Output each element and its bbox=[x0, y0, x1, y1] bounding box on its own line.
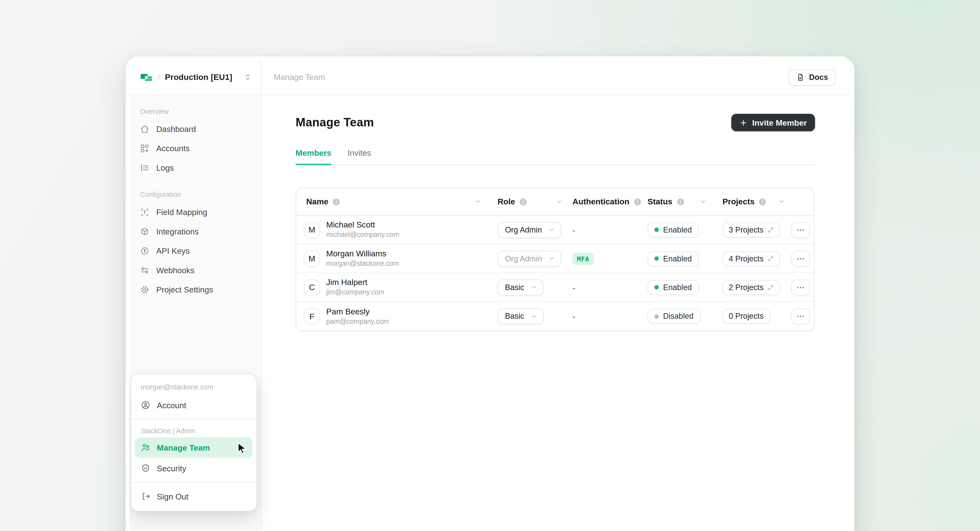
topbar-breadcrumb: Manage Team bbox=[274, 72, 325, 82]
projects-label: 0 Projects bbox=[722, 309, 770, 324]
column-header-authentication: Authentication bbox=[573, 197, 629, 206]
table-row: M Morgan Williams morgan@stackone.com Or… bbox=[296, 244, 814, 273]
projects-link[interactable]: 4 Projects bbox=[722, 251, 780, 266]
table-row: C Jim Halpert jim@company.com Basic - En… bbox=[296, 273, 814, 302]
sidebar-item-integrations[interactable]: Integrations bbox=[134, 222, 256, 241]
menu-item-security[interactable]: Security bbox=[135, 458, 253, 478]
status-dot bbox=[654, 256, 659, 261]
sidebar-item-project-settings[interactable]: Project Settings bbox=[134, 280, 256, 299]
plus-icon bbox=[739, 118, 747, 127]
project-name: Production [EU1] bbox=[165, 72, 239, 82]
avatar: C bbox=[304, 279, 320, 296]
menu-item-account[interactable]: Account bbox=[135, 395, 253, 415]
key-icon bbox=[140, 246, 150, 255]
table-header: Name Role Authentication bbox=[296, 188, 814, 216]
row-actions-button[interactable] bbox=[791, 279, 810, 296]
status-badge: Enabled bbox=[648, 280, 698, 295]
page-title: Manage Team bbox=[296, 116, 374, 129]
home-icon bbox=[140, 124, 150, 134]
row-actions-button[interactable] bbox=[791, 222, 810, 238]
status-dot bbox=[654, 314, 659, 318]
tab-invites[interactable]: Invites bbox=[347, 148, 371, 164]
desktop-background: / Production [EU1] Manage Team Docs bbox=[0, 0, 980, 531]
member-name: Pam Beesly bbox=[326, 307, 389, 317]
window-header: / Production [EU1] Manage Team Docs bbox=[129, 60, 851, 95]
cube-icon bbox=[140, 226, 150, 236]
invite-member-button[interactable]: Invite Member bbox=[731, 114, 815, 132]
chevron-down-icon bbox=[530, 284, 538, 291]
project-switcher[interactable]: / Production [EU1] bbox=[129, 60, 261, 94]
role-select[interactable]: Basic bbox=[498, 279, 543, 296]
breadcrumb-slash: / bbox=[158, 72, 160, 82]
table-row: F Pam Beesly pam@company.com Basic - Dis… bbox=[296, 302, 814, 331]
sidebar-item-field-mapping[interactable]: Field Mapping bbox=[134, 202, 256, 221]
field-mapping-icon bbox=[140, 207, 150, 217]
logs-list-icon bbox=[140, 163, 150, 172]
menu-divider bbox=[131, 419, 256, 420]
status-badge: Disabled bbox=[648, 309, 700, 324]
column-header-projects: Projects bbox=[722, 197, 754, 206]
account-person-icon bbox=[140, 400, 151, 410]
chevron-down-icon[interactable] bbox=[699, 198, 706, 205]
expand-icon bbox=[767, 255, 773, 262]
docs-icon bbox=[797, 73, 805, 81]
member-email: jim@company.com bbox=[326, 288, 384, 297]
chevron-down-icon bbox=[548, 226, 555, 233]
members-table: Name Role Authentication bbox=[296, 188, 814, 331]
role-select[interactable]: Org Admin bbox=[498, 222, 561, 238]
expand-icon bbox=[767, 226, 773, 233]
sidebar-item-accounts[interactable]: Accounts bbox=[134, 139, 256, 157]
chevron-down-icon[interactable] bbox=[474, 198, 481, 205]
table-row: M Michael Scott michael@company.com Org … bbox=[296, 216, 814, 244]
projects-link[interactable]: 2 Projects bbox=[722, 280, 780, 295]
member-name: Morgan Williams bbox=[326, 249, 399, 259]
tab-members[interactable]: Members bbox=[296, 148, 331, 164]
auth-value: - bbox=[573, 283, 575, 292]
sidebar-item-dashboard[interactable]: Dashboard bbox=[134, 119, 256, 138]
menu-org-label: StackOne | Admin bbox=[131, 423, 256, 437]
sidebar-item-webhooks[interactable]: Webhooks bbox=[134, 261, 256, 280]
member-name: Jim Halpert bbox=[326, 278, 384, 288]
menu-item-manage-team[interactable]: Manage Team bbox=[135, 437, 253, 458]
sidebar-item-api-keys[interactable]: API Keys bbox=[134, 241, 256, 260]
sidebar-section-overview: Overview bbox=[129, 99, 261, 119]
status-dot bbox=[654, 227, 659, 232]
chevron-down-icon bbox=[530, 313, 538, 320]
sidebar: Overview Dashboard Accounts bbox=[129, 95, 261, 531]
accounts-grid-plus-icon bbox=[140, 143, 150, 153]
chevron-down-icon bbox=[548, 255, 555, 262]
column-header-status: Status bbox=[648, 197, 672, 206]
menu-item-sign-out[interactable]: Sign Out bbox=[135, 486, 253, 506]
shield-check-icon bbox=[140, 463, 151, 473]
arrows-swap-icon bbox=[140, 265, 150, 275]
auth-value: - bbox=[573, 312, 575, 321]
user-email: morgan@stackone.com bbox=[131, 378, 256, 394]
chevrons-up-down-icon[interactable] bbox=[244, 73, 252, 81]
info-icon bbox=[677, 198, 684, 205]
docs-button[interactable]: Docs bbox=[789, 69, 835, 86]
row-actions-button[interactable] bbox=[791, 250, 810, 267]
sidebar-item-logs[interactable]: Logs bbox=[134, 158, 256, 177]
role-select[interactable]: Basic bbox=[498, 308, 543, 324]
expand-icon bbox=[767, 284, 773, 290]
status-badge: Enabled bbox=[648, 222, 698, 237]
column-header-name: Name bbox=[306, 197, 329, 206]
avatar: F bbox=[304, 308, 320, 324]
sidebar-section-configuration: Configuration bbox=[129, 182, 261, 202]
info-icon bbox=[520, 198, 527, 205]
mfa-badge: MFA bbox=[573, 252, 594, 265]
chevron-down-icon[interactable] bbox=[556, 198, 563, 205]
column-header-role: Role bbox=[498, 197, 515, 206]
chevron-down-icon[interactable] bbox=[778, 198, 785, 205]
member-email: michael@company.com bbox=[326, 231, 399, 240]
row-actions-button[interactable] bbox=[791, 308, 810, 324]
avatar: M bbox=[304, 222, 320, 238]
info-icon bbox=[759, 198, 766, 205]
sign-out-icon bbox=[140, 491, 151, 501]
member-email: morgan@stackone.com bbox=[326, 259, 399, 268]
projects-link[interactable]: 3 Projects bbox=[722, 222, 780, 237]
member-name: Michael Scott bbox=[326, 220, 399, 230]
auth-value: - bbox=[573, 225, 575, 235]
status-dot bbox=[654, 285, 659, 289]
info-icon bbox=[634, 198, 641, 205]
